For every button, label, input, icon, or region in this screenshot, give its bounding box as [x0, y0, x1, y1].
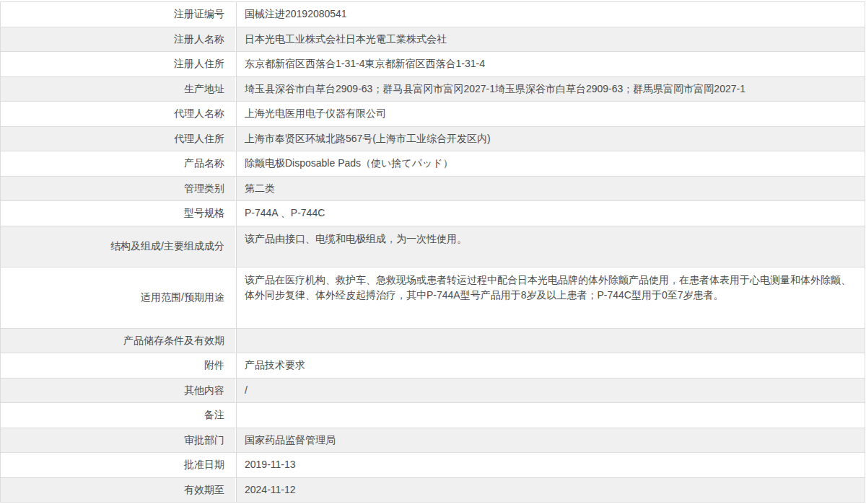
row-value: 该产品在医疗机构、救护车、急救现场或患者转运过程中配合日本光电品牌的体外除颤产品… — [236, 268, 865, 328]
table-row: 附件 产品技术要求 — [1, 353, 865, 378]
row-value: 产品技术要求 — [236, 353, 865, 378]
row-label: 结构及组成/主要组成成分 — [1, 226, 236, 267]
row-label: 产品储存条件及有效期 — [1, 329, 236, 353]
row-label: 产品名称 — [1, 151, 236, 176]
table-row: 其他内容 / — [1, 378, 865, 403]
table-row: 审批部门 国家药品监督管理局 — [1, 428, 865, 453]
row-value: / — [236, 379, 865, 403]
row-value — [236, 329, 865, 353]
row-label: 注册证编号 — [1, 2, 236, 27]
row-label: 代理人名称 — [1, 102, 236, 126]
row-value: 国械注进20192080541 — [236, 2, 865, 27]
row-value: 第二类 — [236, 177, 865, 201]
registration-table: 注册证编号 国械注进20192080541 注册人名称 日本光电工业株式会社日本… — [0, 1, 865, 503]
row-value: 日本光电工业株式会社日本光電工業株式会社 — [236, 27, 865, 52]
row-label: 审批部门 — [1, 428, 236, 453]
row-value: 上海光电医用电子仪器有限公司 — [236, 102, 865, 126]
row-label: 管理类别 — [1, 177, 236, 201]
row-value: 该产品由接口、电缆和电极组成，为一次性使用。 — [236, 226, 865, 267]
table-row: 有效期至 2024-11-12 — [1, 477, 865, 503]
row-value: P-744A 、P-744C — [236, 201, 865, 226]
row-label: 注册人名称 — [1, 27, 236, 52]
row-label: 适用范围/预期用途 — [1, 268, 236, 328]
row-value: 除颤电极Disposable Pads（使い捨てパッド） — [236, 151, 865, 176]
row-label: 型号规格 — [1, 201, 236, 226]
row-value: 上海市奉贤区环城北路567号(上海市工业综合开发区内) — [236, 127, 865, 151]
table-row: 管理类别 第二类 — [1, 176, 865, 201]
row-label: 批准日期 — [1, 453, 236, 477]
row-value: 2019-11-13 — [236, 453, 865, 477]
table-row: 注册人名称 日本光电工业株式会社日本光電工業株式会社 — [1, 27, 865, 52]
row-label: 其他内容 — [1, 379, 236, 403]
table-row: 备注 — [1, 402, 865, 428]
row-value: 国家药品监督管理局 — [236, 428, 865, 453]
row-label: 代理人住所 — [1, 127, 236, 151]
table-row: 产品储存条件及有效期 — [1, 328, 865, 353]
row-label: 注册人住所 — [1, 52, 236, 76]
table-row: 生产地址 埼玉县深谷市白草台2909-63；群马县富冈市富冈2027-1埼玉県深… — [1, 76, 865, 102]
table-row: 结构及组成/主要组成成分 该产品由接口、电缆和电极组成，为一次性使用。 — [1, 226, 865, 267]
row-label: 备注 — [1, 403, 236, 428]
table-row: 适用范围/预期用途 该产品在医疗机构、救护车、急救现场或患者转运过程中配合日本光… — [1, 267, 865, 328]
table-row: 代理人名称 上海光电医用电子仪器有限公司 — [1, 101, 865, 126]
row-value — [236, 403, 865, 428]
table-row: 产品名称 除颤电极Disposable Pads（使い捨てパッド） — [1, 151, 865, 176]
row-value: 2024-11-12 — [236, 478, 865, 503]
row-value: 东京都新宿区西落合1-31-4東京都新宿区西落合1-31-4 — [236, 52, 865, 76]
table-row: 注册人住所 东京都新宿区西落合1-31-4東京都新宿区西落合1-31-4 — [1, 51, 865, 76]
row-label: 生产地址 — [1, 77, 236, 102]
table-row: 注册证编号 国械注进20192080541 — [1, 2, 865, 27]
table-row: 型号规格 P-744A 、P-744C — [1, 200, 865, 226]
row-label: 附件 — [1, 353, 236, 378]
row-label: 有效期至 — [1, 478, 236, 503]
table-row: 批准日期 2019-11-13 — [1, 452, 865, 477]
row-value: 埼玉县深谷市白草台2909-63；群马县富冈市富冈2027-1埼玉県深谷市白草台… — [236, 77, 865, 102]
table-row: 代理人住所 上海市奉贤区环城北路567号(上海市工业综合开发区内) — [1, 126, 865, 151]
